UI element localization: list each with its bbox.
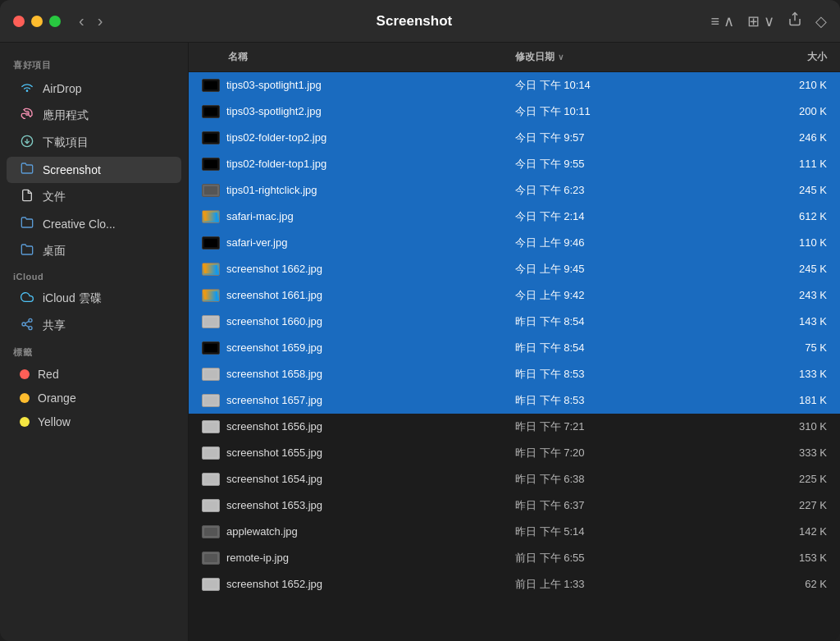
file-row[interactable]: screenshot 1658.jpg昨日 下午 8:53133 K (189, 361, 840, 387)
file-size: 227 K (745, 499, 827, 511)
fullscreen-button[interactable] (49, 16, 61, 27)
sidebar-tags: RedOrangeYellow (0, 363, 188, 433)
file-name: tips03-spotlight1.jpg (226, 79, 322, 91)
file-row[interactable]: screenshot 1657.jpg昨日 下午 8:53181 K (189, 387, 840, 414)
file-size: 142 K (745, 525, 827, 538)
file-thumbnail (202, 131, 220, 144)
file-size: 200 K (745, 105, 827, 117)
sidebar-tag-yellow[interactable]: Yellow (7, 410, 181, 433)
back-button[interactable]: ‹ (74, 10, 89, 32)
file-list: tips03-spotlight1.jpg今日 下午 10:14210 Ktip… (189, 72, 840, 641)
file-row[interactable]: tips03-spotlight1.jpg今日 下午 10:14210 K (189, 72, 840, 98)
sidebar-item-creativecloud[interactable]: Creative Clo... (7, 211, 181, 237)
file-name-cell: applewatch.jpg (202, 525, 515, 538)
file-name: tips02-folder-top2.jpg (226, 131, 326, 144)
file-size: 62 K (745, 578, 827, 590)
close-button[interactable] (13, 16, 25, 27)
tag-label: Yellow (38, 415, 71, 428)
file-date: 今日 下午 2:14 (515, 209, 745, 224)
sidebar-tag-orange[interactable]: Orange (7, 387, 181, 410)
sidebar-item-label: Screenshot (43, 163, 101, 176)
file-row[interactable]: screenshot 1656.jpg昨日 下午 7:21310 K (189, 414, 840, 440)
file-size: 246 K (745, 131, 827, 144)
file-thumbnail (202, 341, 220, 355)
file-name-cell: remote-ip.jpg (202, 552, 515, 565)
file-date: 昨日 下午 8:53 (515, 393, 745, 408)
window-title: Screenshot (117, 13, 710, 30)
file-name-cell: screenshot 1658.jpg (202, 368, 515, 381)
sidebar-item-shared[interactable]: 共享 (7, 313, 181, 339)
sidebar-item-downloads[interactable]: 下載項目 (7, 130, 181, 156)
file-row[interactable]: safari-ver.jpg今日 上午 9:46110 K (189, 230, 840, 256)
file-name: screenshot 1657.jpg (226, 394, 322, 406)
sidebar-item-applications[interactable]: 應用程式 (7, 103, 181, 129)
file-name-cell: safari-mac.jpg (202, 210, 515, 223)
col-name[interactable]: 名稱 (202, 50, 515, 64)
file-name-cell: tips01-rightclick.jpg (202, 184, 515, 197)
sidebar-item-screenshot[interactable]: Screenshot (7, 157, 181, 183)
file-date: 昨日 下午 8:54 (515, 314, 745, 329)
file-name: screenshot 1653.jpg (226, 499, 322, 511)
file-name-cell: tips02-folder-top2.jpg (202, 131, 515, 144)
file-row[interactable]: applewatch.jpg昨日 下午 5:14142 K (189, 519, 840, 545)
file-row[interactable]: screenshot 1652.jpg前日 上午 1:3362 K (189, 571, 840, 598)
file-name-cell: screenshot 1656.jpg (202, 420, 515, 433)
grid-view-icon[interactable]: ⊞ ∨ (747, 12, 774, 30)
file-row[interactable]: tips02-folder-top1.jpg今日 下午 9:55111 K (189, 151, 840, 177)
file-date: 昨日 下午 5:14 (515, 524, 745, 539)
sidebar-item-documents[interactable]: 文件 (7, 184, 181, 210)
sidebar-item-icloud-drive[interactable]: iCloud 雲碟 (7, 286, 181, 312)
minimize-button[interactable] (31, 16, 43, 27)
file-date: 今日 下午 9:57 (515, 130, 745, 145)
share-icon[interactable] (788, 11, 802, 30)
orange-tag-dot (20, 393, 30, 403)
file-name-cell: screenshot 1653.jpg (202, 499, 515, 512)
file-row[interactable]: screenshot 1659.jpg昨日 下午 8:5475 K (189, 335, 840, 361)
file-row[interactable]: screenshot 1660.jpg昨日 下午 8:54143 K (189, 309, 840, 335)
file-row[interactable]: tips01-rightclick.jpg今日 下午 6:23245 K (189, 177, 840, 204)
file-size: 143 K (745, 315, 827, 327)
file-row[interactable]: screenshot 1653.jpg昨日 下午 6:37227 K (189, 492, 840, 519)
file-name: screenshot 1655.jpg (226, 446, 322, 459)
wifi-icon (20, 80, 34, 97)
file-date: 今日 下午 10:14 (515, 78, 745, 93)
file-date: 今日 下午 9:55 (515, 157, 745, 172)
sidebar-item-airdrop[interactable]: AirDrop (7, 76, 181, 102)
sidebar-item-label: iCloud 雲碟 (43, 291, 102, 306)
file-row[interactable]: tips03-spotlight2.jpg今日 下午 10:11200 K (189, 98, 840, 125)
tag-icon[interactable]: ◇ (815, 12, 827, 30)
yellow-tag-dot (20, 417, 30, 427)
col-size[interactable]: 大小 (745, 50, 827, 64)
view-options-icon[interactable]: ≡ ∧ (710, 12, 734, 30)
svg-point-5 (29, 318, 32, 322)
file-row[interactable]: screenshot 1661.jpg今日 上午 9:42243 K (189, 282, 840, 309)
file-row[interactable]: tips02-folder-top2.jpg今日 下午 9:57246 K (189, 125, 840, 151)
file-name-cell: screenshot 1660.jpg (202, 315, 515, 328)
file-date: 前日 上午 1:33 (515, 577, 745, 592)
file-size: 225 K (745, 473, 827, 485)
file-name: screenshot 1660.jpg (226, 315, 322, 327)
doc-icon (20, 189, 34, 205)
file-thumbnail (202, 105, 220, 118)
sidebar-icloud: iCloud 雲碟共享 (0, 286, 188, 339)
svg-line-9 (25, 321, 30, 323)
forward-button[interactable]: › (93, 10, 108, 32)
file-row[interactable]: screenshot 1662.jpg今日 上午 9:45245 K (189, 256, 840, 282)
file-thumbnail (202, 499, 220, 512)
file-row[interactable]: screenshot 1654.jpg昨日 下午 6:38225 K (189, 466, 840, 492)
file-row[interactable]: safari-mac.jpg今日 下午 2:14612 K (189, 204, 840, 230)
sidebar-tag-red[interactable]: Red (7, 363, 181, 386)
icloud-label: iCloud (0, 265, 188, 285)
col-date[interactable]: 修改日期 ∨ (515, 50, 745, 64)
file-thumbnail (202, 394, 220, 407)
file-name: safari-ver.jpg (226, 236, 287, 249)
file-size: 133 K (745, 368, 827, 380)
file-row[interactable]: remote-ip.jpg前日 下午 6:55153 K (189, 545, 840, 571)
file-thumbnail (202, 210, 220, 223)
sidebar-item-label: 下載項目 (43, 135, 89, 150)
file-row[interactable]: screenshot 1655.jpg昨日 下午 7:20333 K (189, 440, 840, 466)
file-name-cell: screenshot 1654.jpg (202, 473, 515, 486)
folder-icon (20, 243, 34, 259)
red-tag-dot (20, 369, 30, 379)
sidebar-item-desktop[interactable]: 桌面 (7, 238, 181, 264)
